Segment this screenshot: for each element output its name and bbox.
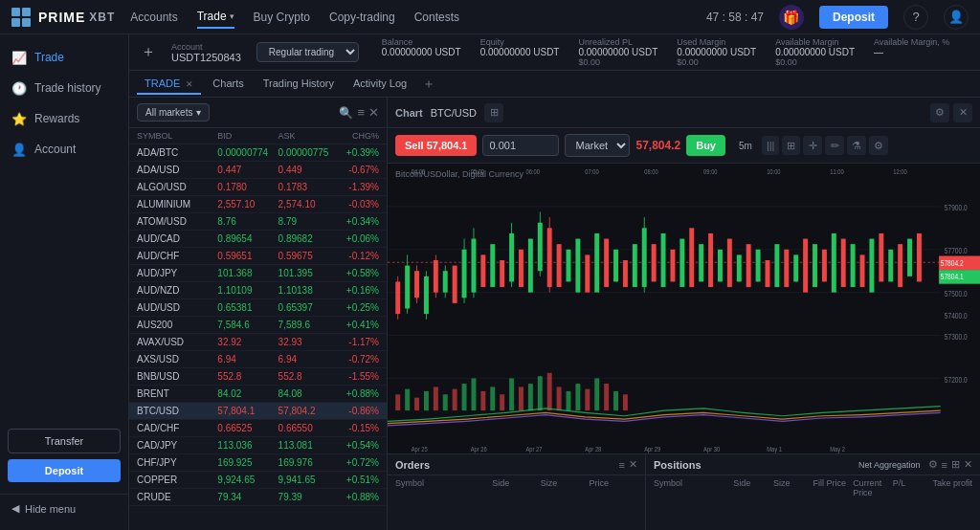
- available-margin-pct-value: —: [874, 47, 949, 57]
- sidebar-item-trade-history[interactable]: 🕐 Trade history: [0, 73, 128, 103]
- market-row[interactable]: AUD/CHF 0.59651 0.59675 -0.12%: [129, 248, 387, 265]
- sidebar-item-rewards[interactable]: ⭐ Rewards: [0, 103, 128, 134]
- svg-text:57300.0: 57300.0: [945, 332, 968, 342]
- market-columns: Symbol Bid Ask Chg%: [129, 128, 387, 144]
- chart-crosshair-button[interactable]: ✛: [803, 136, 822, 155]
- positions-menu-icon[interactable]: ≡: [942, 459, 947, 471]
- positions-close-icon[interactable]: ✕: [964, 458, 972, 471]
- market-row[interactable]: ADA/BTC 0.00000774 0.00000775 +0.39%: [129, 144, 387, 162]
- positions-col-symbol: Symbol: [654, 478, 733, 497]
- chart-indicator-button[interactable]: |||: [762, 136, 780, 155]
- svg-rect-60: [689, 228, 694, 287]
- svg-rect-74: [822, 250, 827, 282]
- order-type-select[interactable]: Market: [565, 134, 630, 157]
- market-ask: 57,804.2: [278, 406, 339, 416]
- help-button[interactable]: ?: [903, 5, 928, 30]
- market-bid: 0.00000774: [217, 147, 278, 158]
- market-filter-button[interactable]: All markets ▾: [137, 103, 210, 121]
- market-chg: -1.39%: [339, 182, 379, 192]
- search-icon[interactable]: 🔍: [339, 106, 353, 120]
- nav-trade[interactable]: Trade ▾: [197, 6, 234, 29]
- market-row[interactable]: ADA/USD 0.447 0.449 -0.67%: [129, 162, 387, 179]
- tabs-row: TRADE ✕ Charts Trading History Activity …: [129, 71, 980, 98]
- svg-text:57804.2: 57804.2: [941, 258, 964, 268]
- orders-close-icon[interactable]: ✕: [629, 458, 637, 471]
- market-row[interactable]: COPPER 9,924.65 9,941.65 +0.51%: [129, 472, 387, 489]
- deposit-button[interactable]: Deposit: [819, 6, 888, 29]
- market-row[interactable]: CAD/CHF 0.66525 0.66550 -0.15%: [129, 420, 387, 437]
- transfer-button[interactable]: Transfer: [8, 429, 121, 453]
- market-row[interactable]: AUS200 7,584.6 7,589.6 +0.41%: [129, 317, 387, 334]
- account-type-select[interactable]: Regular trading: [256, 42, 359, 62]
- market-row[interactable]: AVAX/USD 32.92 32.93 -1.17%: [129, 334, 387, 351]
- nav-copy-trading[interactable]: Copy-trading: [329, 7, 395, 28]
- market-ask: 0.00000775: [278, 147, 339, 158]
- sell-button[interactable]: Sell 57,804.1: [395, 135, 477, 156]
- market-row[interactable]: ATOM/USD 8.76 8.79 +0.34%: [129, 213, 387, 231]
- market-chg: +0.88%: [339, 492, 379, 502]
- svg-text:Apr 27: Apr 27: [525, 445, 542, 453]
- svg-rect-90: [443, 394, 448, 410]
- market-row[interactable]: ALGO/USD 0.1780 0.1783 -1.39%: [129, 179, 387, 196]
- market-symbol: AVAX/USD: [137, 337, 217, 347]
- market-row[interactable]: CHF/JPY 169.925 169.976 +0.72%: [129, 454, 387, 472]
- nav-accounts[interactable]: Accounts: [130, 7, 177, 28]
- svg-rect-86: [405, 389, 410, 410]
- close-market-icon[interactable]: ✕: [368, 105, 379, 120]
- tab-trade[interactable]: TRADE ✕: [137, 74, 201, 95]
- buy-button[interactable]: Buy: [686, 135, 725, 156]
- market-chg: +0.51%: [339, 475, 379, 485]
- market-row[interactable]: AUD/USD 0.65381 0.65397 +0.25%: [129, 299, 387, 317]
- market-bid: 8.76: [217, 216, 278, 227]
- sidebar-item-trade[interactable]: 📈 Trade: [0, 42, 128, 73]
- market-row[interactable]: BTC/USD 57,804.1 57,804.2 -0.86%: [129, 403, 387, 420]
- market-bid: 0.89654: [217, 233, 278, 244]
- user-button[interactable]: 👤: [944, 5, 969, 30]
- chart-settings-button[interactable]: ⚙: [930, 103, 949, 122]
- svg-text:57400.0: 57400.0: [945, 311, 968, 320]
- chart-expand-icon[interactable]: ⊞: [484, 103, 503, 122]
- deposit-sidebar-button[interactable]: Deposit: [8, 459, 121, 482]
- available-margin-sub: $0.00: [775, 57, 855, 67]
- positions-panel-icons: ⚙ ≡ ⊞ ✕: [928, 458, 972, 471]
- market-table: ADA/BTC 0.00000774 0.00000775 +0.39% ADA…: [129, 144, 387, 530]
- add-tab-button[interactable]: ＋: [418, 76, 439, 93]
- market-row[interactable]: BRENT 84.02 84.08 +0.88%: [129, 386, 387, 403]
- nav-buy-crypto[interactable]: Buy Crypto: [254, 7, 310, 28]
- chart-algo-button[interactable]: ⚗: [847, 136, 866, 155]
- tab-activity-log[interactable]: Activity Log: [345, 74, 414, 95]
- market-symbol: AUD/USD: [137, 302, 217, 313]
- positions-expand-icon[interactable]: ⊞: [951, 458, 960, 471]
- chart-overlay-button[interactable]: ⊞: [782, 136, 800, 155]
- nav-contests[interactable]: Contests: [414, 7, 459, 28]
- chart-close-button[interactable]: ✕: [953, 103, 972, 122]
- market-ask: 0.65397: [278, 302, 339, 313]
- used-margin-item: Used Margin 0.00000000 USDT $0.00: [677, 37, 756, 67]
- market-row[interactable]: CAD/JPY 113.036 113.081 +0.54%: [129, 437, 387, 454]
- gift-button[interactable]: 🎁: [779, 5, 804, 30]
- chart-draw-button[interactable]: ✏: [825, 136, 844, 155]
- market-row[interactable]: AUD/JPY 101.368 101.395 +0.58%: [129, 265, 387, 282]
- market-row[interactable]: AXS/USD 6.94 6.94 -0.72%: [129, 351, 387, 368]
- market-symbol: ALGO/USD: [137, 182, 217, 192]
- hide-menu[interactable]: ◀ Hide menu: [0, 494, 128, 522]
- market-row[interactable]: AUD/CAD 0.89654 0.89682 +0.06%: [129, 231, 387, 248]
- menu-icon[interactable]: ≡: [357, 105, 365, 120]
- chart-svg: 57900.0 57700.0 57500.0 57400.0 57300.0 …: [388, 164, 980, 453]
- tab-trade-close[interactable]: ✕: [186, 79, 193, 89]
- sidebar-item-account[interactable]: 👤 Account: [0, 134, 128, 165]
- add-account-button[interactable]: ＋: [141, 42, 156, 62]
- svg-rect-108: [613, 391, 618, 410]
- tab-trading-history[interactable]: Trading History: [256, 74, 342, 95]
- market-row[interactable]: CRUDE 79.34 79.39 +0.88%: [129, 489, 387, 506]
- tab-charts[interactable]: Charts: [205, 74, 251, 95]
- positions-settings-icon[interactable]: ⚙: [928, 458, 938, 471]
- market-row[interactable]: AUD/NZD 1.10109 1.10138 +0.16%: [129, 282, 387, 299]
- market-row[interactable]: ALUMINIUM 2,557.10 2,574.10 -0.03%: [129, 196, 387, 213]
- chart-more-button[interactable]: ⚙: [869, 136, 888, 155]
- market-row[interactable]: BNB/USD 552.8 552.8 -1.55%: [129, 368, 387, 386]
- orders-menu-icon[interactable]: ≡: [619, 459, 625, 471]
- order-size-input[interactable]: [482, 135, 559, 156]
- svg-rect-35: [490, 244, 495, 287]
- market-filter-label: All markets: [145, 107, 192, 118]
